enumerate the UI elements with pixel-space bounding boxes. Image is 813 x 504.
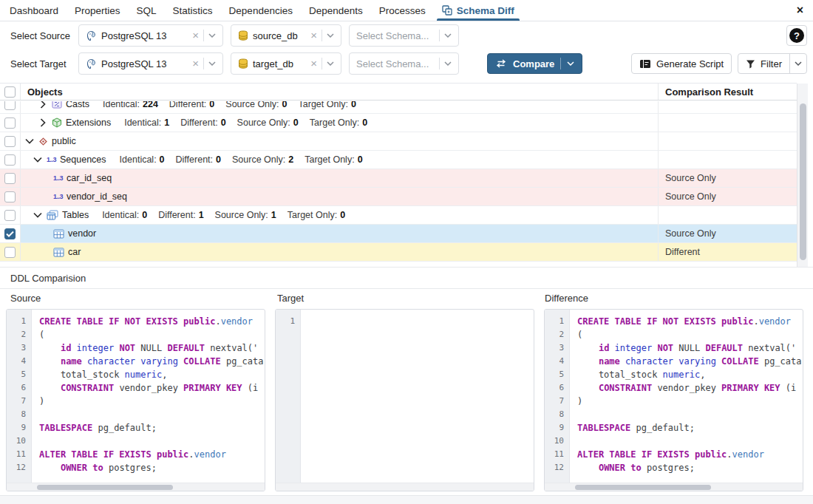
code-area[interactable] xyxy=(302,315,534,483)
expander-down-icon[interactable] xyxy=(33,212,42,218)
grid-row-public[interactable]: public xyxy=(0,132,797,151)
row-checkbox-cell xyxy=(0,188,21,205)
difference-ddl-editor[interactable]: 123456789101112CREATE TABLE IF NOT EXIST… xyxy=(544,309,803,491)
line-number: 11 xyxy=(545,448,569,461)
tab-statistics[interactable]: Statistics xyxy=(165,0,221,21)
filter-button[interactable]: Filter xyxy=(738,54,789,73)
expander-right-icon[interactable] xyxy=(38,101,47,109)
line-number: 11 xyxy=(7,448,31,461)
code-token: postgres; xyxy=(103,463,157,473)
select-all-checkbox[interactable] xyxy=(4,86,16,98)
code-line xyxy=(39,435,265,448)
chevron-down-icon[interactable] xyxy=(208,61,216,66)
close-icon[interactable]: × xyxy=(797,4,803,17)
tab-processes[interactable]: Processes xyxy=(371,0,434,21)
horizontal-scrollbar[interactable] xyxy=(545,483,803,491)
row-checkbox[interactable] xyxy=(4,191,16,202)
stat-item: Different:1 xyxy=(158,210,203,220)
stat-item: Source Only:0 xyxy=(237,118,299,128)
grid-row-casts[interactable]: CastsIdentical:224Different:0Source Only… xyxy=(0,101,797,114)
compare-button[interactable]: Compare xyxy=(487,53,582,74)
target-server-select[interactable]: PostgreSQL 13 × xyxy=(78,52,223,75)
row-checkbox[interactable] xyxy=(4,136,16,147)
code-line: ( xyxy=(577,328,803,341)
chevron-down-icon[interactable] xyxy=(444,61,452,66)
code-token: DEFAULT xyxy=(705,343,743,353)
select-source-row: Select Source PostgreSQL 13 × source_db … xyxy=(0,24,813,47)
grid-row-vendor-id-seq[interactable]: 1..3vendor_id_seqSource Only xyxy=(0,188,797,206)
panel-tab-bar: Dashboard Properties SQL Statistics Depe… xyxy=(0,0,813,21)
code-area[interactable]: CREATE TABLE IF NOT EXISTS public.vendor… xyxy=(571,315,803,483)
chevron-down-icon[interactable] xyxy=(567,61,574,66)
grid-scrollbar-thumb[interactable] xyxy=(800,103,806,260)
code-line: TABLESPACE pg_default; xyxy=(39,421,265,435)
code-line: ALTER TABLE IF EXISTS public.vendor xyxy=(577,448,803,461)
clear-icon[interactable]: × xyxy=(310,58,317,69)
expander-down-icon[interactable] xyxy=(25,138,34,144)
clear-icon[interactable]: × xyxy=(310,30,317,41)
grid-vertical-scrollbar[interactable] xyxy=(797,84,808,267)
target-ddl-editor[interactable]: 1 xyxy=(275,309,534,491)
expander-down-icon[interactable] xyxy=(33,157,42,163)
target-schema-select[interactable]: Select Schema... xyxy=(349,52,459,75)
stat-item: Source Only:1 xyxy=(215,210,276,220)
clear-icon[interactable]: × xyxy=(192,58,199,69)
row-checkbox[interactable] xyxy=(4,118,16,129)
comparison-result-column-header[interactable]: Comparison Result xyxy=(658,84,797,100)
row-checkbox[interactable] xyxy=(4,101,16,110)
source-ddl-editor[interactable]: 123456789101112CREATE TABLE IF NOT EXIST… xyxy=(6,309,265,491)
horizontal-scrollbar-thumb[interactable] xyxy=(575,485,711,490)
chevron-down-icon[interactable] xyxy=(444,33,452,38)
generate-script-button[interactable]: Generate Script xyxy=(631,53,732,74)
horizontal-scrollbar[interactable] xyxy=(276,483,534,491)
row-content: TablesIdentical:0Different:1Source Only:… xyxy=(21,206,658,224)
code-area[interactable]: CREATE TABLE IF NOT EXISTS public.vendor… xyxy=(33,315,265,483)
tables-icon xyxy=(47,210,58,220)
objects-column-header[interactable]: Objects xyxy=(21,84,658,100)
code-token: OWNER xyxy=(599,463,625,473)
chevron-down-icon[interactable] xyxy=(208,33,216,38)
row-checkbox[interactable] xyxy=(4,154,16,166)
grid-row-sequences[interactable]: 1..3SequencesIdentical:0Different:0Sourc… xyxy=(0,151,797,169)
row-checkbox[interactable] xyxy=(4,210,16,221)
clear-icon[interactable]: × xyxy=(192,30,199,41)
tab-sql[interactable]: SQL xyxy=(129,0,165,21)
row-checkbox[interactable] xyxy=(4,228,16,239)
chevron-down-icon[interactable] xyxy=(327,33,334,38)
row-checkbox-cell xyxy=(0,101,21,113)
code-line: TABLESPACE pg_default; xyxy=(577,421,803,435)
stat-value: 224 xyxy=(143,101,158,109)
grid-row-car[interactable]: carDifferent xyxy=(0,243,797,262)
code-line: id integer NOT NULL DEFAULT nextval(' xyxy=(577,341,803,355)
code-line: ) xyxy=(577,395,803,408)
row-checkbox[interactable] xyxy=(4,247,16,258)
table-icon xyxy=(53,229,64,239)
target-database-select[interactable]: target_db × xyxy=(231,52,341,75)
source-database-select[interactable]: source_db × xyxy=(231,24,341,47)
code-line: ALTER TABLE IF EXISTS public.vendor xyxy=(39,448,265,461)
grid-row-tables[interactable]: TablesIdentical:0Different:1Source Only:… xyxy=(0,206,797,225)
target-database-value: target_db xyxy=(253,58,306,69)
horizontal-scrollbar-thumb[interactable] xyxy=(37,485,173,490)
expander-right-icon[interactable] xyxy=(38,118,47,127)
comparison-grid: CastsIdentical:224Different:0Source Only… xyxy=(0,101,797,262)
horizontal-scrollbar[interactable] xyxy=(7,483,265,491)
stat-value: 0 xyxy=(293,118,299,128)
tab-dependents[interactable]: Dependents xyxy=(301,0,371,21)
grid-row-vendor[interactable]: vendorSource Only xyxy=(0,225,797,243)
grid-row-extensions[interactable]: ExtensionsIdentical:1Different:0Source O… xyxy=(0,114,797,132)
source-server-select[interactable]: PostgreSQL 13 × xyxy=(78,24,223,47)
help-button[interactable]: ? xyxy=(786,25,807,46)
chevron-down-icon[interactable] xyxy=(327,61,334,66)
tab-dashboard[interactable]: Dashboard xyxy=(1,0,67,21)
tab-properties[interactable]: Properties xyxy=(67,0,129,21)
filter-dropdown-button[interactable] xyxy=(789,54,806,73)
tab-schema-diff[interactable]: Schema Diff xyxy=(434,0,523,21)
grid-row-car-id-seq[interactable]: 1..3car_id_seqSource Only xyxy=(0,169,797,188)
tab-dependencies[interactable]: Dependencies xyxy=(221,0,301,21)
code-token: PRIMARY KEY xyxy=(183,383,242,393)
source-schema-select[interactable]: Select Schema... xyxy=(349,24,459,47)
stat-value: 0 xyxy=(282,101,288,109)
stat-item: Target Only:0 xyxy=(299,101,356,109)
row-checkbox[interactable] xyxy=(4,173,16,184)
